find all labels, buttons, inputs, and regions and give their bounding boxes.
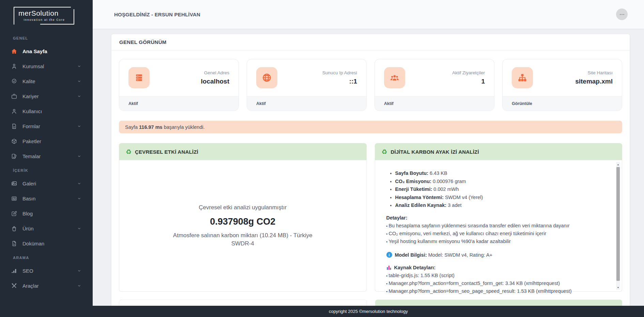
carbon-panel: DİJİTAL KARBON AYAK İZİ ANALİZİ Sayfa Bo… <box>375 143 623 292</box>
card-label: Sunucu Ip Adresi <box>322 70 357 75</box>
quality-badge-icon <box>11 78 17 85</box>
sidebar-section-genel: GENEL <box>0 36 93 40</box>
chevron-down-icon <box>77 64 81 68</box>
sidebar-item-dokuman[interactable]: Doküman <box>0 236 93 251</box>
sidebar-item-label: SEO <box>22 268 33 274</box>
scroll-down-arrow-icon[interactable] <box>616 285 620 290</box>
info-icon <box>386 252 392 258</box>
card-aktif-ziyaretciler: Aktif Ziyaretçiler 1 Aktif <box>374 59 494 111</box>
seo-chart-icon <box>11 267 17 274</box>
carbon-panel-header: DİJİTAL KARBON AYAK İZİ ANALİZİ <box>375 143 623 160</box>
brand-name: merSolution <box>18 9 70 17</box>
chevron-down-icon <box>77 154 81 158</box>
sidebar-item-kullanici[interactable]: Kullanıcı <box>0 104 93 119</box>
carbon-panel-body: Sayfa Boyutu: 6.43 KB CO₂ Emisyonu: 0.00… <box>375 160 623 292</box>
alert-prefix: Sayfa <box>125 124 138 130</box>
sidebar-section-arama: ARAMA <box>0 256 93 260</box>
footer: copyright 2025 ©mersolution technology <box>93 306 644 317</box>
copyright-text: copyright 2025 ©mersolution technology <box>329 309 408 314</box>
stat-item: Enerji Tüketimi: 0.002 mWh <box>395 186 607 192</box>
recycle-icon <box>126 149 132 155</box>
briefcase-icon <box>11 93 17 100</box>
alert-load-time: 116.97 ms <box>139 124 163 130</box>
stat-cards-row: Genel Adres localhost Aktif <box>119 59 622 111</box>
card-genel-adres: Genel Adres localhost Aktif <box>119 59 239 111</box>
welcome-text: HOŞGELDİNİZ - ERSUN PEHLİVAN <box>114 12 200 17</box>
bar-chart-icon <box>386 265 392 270</box>
card-site-haritasi: Site Haritası sitemap.xml Görüntüle <box>502 59 622 111</box>
globe-icon <box>256 67 277 88</box>
sidebar-item-label: Temalar <box>22 153 41 159</box>
sidebar-item-label: Kalite <box>22 78 35 84</box>
model-info-row: Model Bilgisi: Model: SWDM v4, Rating: A… <box>386 252 607 258</box>
panel-scrollbar[interactable] <box>616 162 620 290</box>
form-document-icon <box>11 123 17 130</box>
card-footer-link[interactable]: Aktif <box>375 96 494 110</box>
carbon-stats-list: Sayfa Boyutu: 6.43 KB CO₂ Emisyonu: 0.00… <box>395 170 607 208</box>
chevron-down-icon <box>77 284 81 288</box>
sidebar-item-blog[interactable]: Blog <box>0 206 93 221</box>
card-label: Aktif Ziyaretçiler <box>452 70 485 75</box>
blog-icon <box>11 210 17 217</box>
sidebar: merSolution Innovation at the Core GENEL… <box>0 0 93 317</box>
main-scroll-area: GENEL GÖRÜNÜM Genel Adres <box>93 29 644 306</box>
chevron-down-icon <box>77 197 81 200</box>
ellipsis-icon[interactable] <box>616 9 628 20</box>
partial-green-panel-header <box>375 300 623 306</box>
scroll-up-arrow-icon[interactable] <box>616 162 620 167</box>
next-panels-row <box>119 300 622 306</box>
gallery-icon <box>11 180 17 187</box>
tools-icon <box>11 282 17 289</box>
sidebar-section-icerik: İÇERİK <box>0 168 93 172</box>
document-icon <box>11 240 17 247</box>
resource-line: Manager.php?form_action=form_contact5_fo… <box>386 281 607 286</box>
sidebar-item-formlar[interactable]: Formlar <box>0 119 93 134</box>
sidebar-item-label: Ürün <box>22 226 34 231</box>
environmental-panel-body: Çevresel etki analizi uygulanmıştır 0.93… <box>119 160 367 292</box>
sidebar-item-seo[interactable]: SEO <box>0 263 93 278</box>
environmental-panel-title: ÇEVRESEL ETKİ ANALİZİ <box>135 149 198 155</box>
sidebar-item-araclar[interactable]: Araçlar <box>0 278 93 293</box>
sidebar-item-kariyer[interactable]: Kariyer <box>0 89 93 104</box>
env-analysis-text: Çevresel etki analizi uygulanmıştır <box>199 203 287 212</box>
sitemap-icon <box>512 67 533 88</box>
card-footer-link[interactable]: Aktif <box>119 96 239 110</box>
topbar: HOŞGELDİNİZ - ERSUN PEHLİVAN <box>93 0 644 29</box>
scrollbar-thumb[interactable] <box>616 167 620 281</box>
sidebar-item-paketler[interactable]: Paketler <box>0 134 93 149</box>
env-detail-text: Atmosfere salınan karbon miktarı (10.24 … <box>163 231 323 248</box>
user-icon <box>11 108 17 115</box>
recycle-icon <box>382 149 387 155</box>
sidebar-item-label: Basın <box>22 196 35 201</box>
sidebar-item-urun[interactable]: Ürün <box>0 221 93 236</box>
sidebar-item-label: Formlar <box>22 123 40 129</box>
sidebar-item-kalite[interactable]: Kalite <box>0 74 93 89</box>
environmental-panel-header: ÇEVRESEL ETKİ ANALİZİ <box>119 143 367 160</box>
resource-line: table-gridjs.js: 1.55 KB (script) <box>386 273 607 278</box>
sidebar-item-temalar[interactable]: Temalar <box>0 149 93 164</box>
sidebar-item-label: Paketler <box>22 138 41 144</box>
detail-line: Bu hesaplama sayfanın yüklenmesi sırasın… <box>386 223 607 228</box>
card-label: Genel Adres <box>201 70 229 75</box>
carbon-panel-title: DİJİTAL KARBON AYAK İZİ ANALİZİ <box>391 149 479 155</box>
card-value: sitemap.xml <box>575 78 613 85</box>
chevron-down-icon <box>77 124 81 128</box>
sidebar-item-label: Kullanıcı <box>22 108 42 114</box>
sidebar-item-galeri[interactable]: Galeri <box>0 176 93 191</box>
card-value: localhost <box>201 78 229 85</box>
stat-item: Analiz Edilen Kaynak: 3 adet <box>395 202 607 208</box>
card-footer-link[interactable]: Aktif <box>247 96 366 110</box>
sidebar-item-label: Araçlar <box>22 283 39 289</box>
load-time-alert: Sayfa 116.97 ms başarıyla yüklendi. <box>119 121 622 133</box>
sidebar-item-label: Kariyer <box>22 93 39 99</box>
resource-line: Manager.php?form_action=form_seo_page_sp… <box>386 288 607 294</box>
stat-item: Sayfa Boyutu: 6.43 KB <box>395 170 607 176</box>
sidebar-item-ana-sayfa[interactable]: Ana Sayfa <box>0 44 93 59</box>
chevron-down-icon <box>77 79 81 83</box>
chevron-down-icon <box>77 227 81 230</box>
sidebar-item-basin[interactable]: Basın <box>0 191 93 206</box>
brand-logo: merSolution Innovation at the Core <box>0 0 93 25</box>
chevron-down-icon <box>77 269 81 273</box>
sidebar-item-kurumsal[interactable]: Kurumsal <box>0 59 93 74</box>
card-footer-link[interactable]: Görüntüle <box>503 96 622 110</box>
